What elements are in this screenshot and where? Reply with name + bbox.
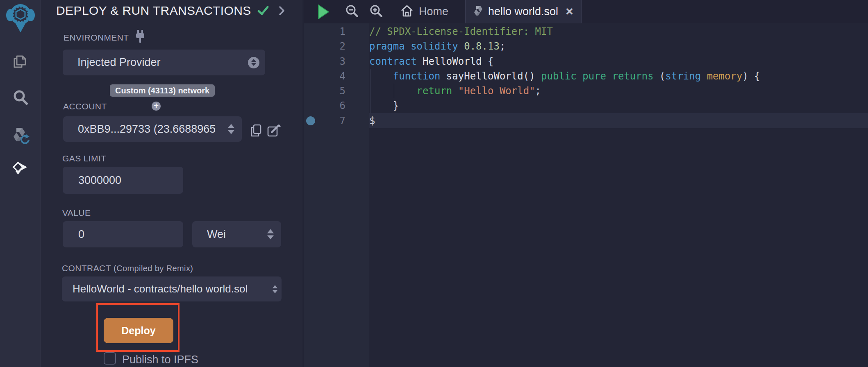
gas-limit-input[interactable]	[63, 167, 183, 194]
code-token: returns	[612, 70, 653, 82]
account-label: ACCOUNT	[63, 102, 107, 111]
gas-limit-label: GAS LIMIT	[62, 154, 106, 163]
deploy-button[interactable]: Deploy	[104, 318, 173, 343]
value-label: VALUE	[62, 208, 91, 218]
code-token: // SPDX-License-Identifier: MIT	[369, 26, 553, 37]
environment-value: Injected Provider	[63, 56, 161, 69]
remix-ide-window: DEPLOY & RUN TRANSACTIONS ENVIRONMENT In…	[0, 0, 868, 367]
tab-label: Home	[419, 5, 448, 18]
add-account-icon[interactable]: +	[152, 102, 161, 111]
code-token	[606, 70, 612, 82]
copy-account-icon[interactable]	[250, 124, 262, 139]
tab-home[interactable]: Home	[394, 0, 455, 23]
value-unit: Wei	[192, 228, 226, 241]
code-token: ;	[500, 41, 505, 52]
edit-account-icon[interactable]	[267, 124, 281, 139]
code-token: ;	[535, 85, 541, 97]
code-token	[417, 56, 423, 67]
zoom-out-icon[interactable]	[345, 4, 359, 20]
line-number[interactable]: 1	[304, 24, 345, 39]
plug-icon	[135, 30, 145, 45]
gutter-line-numbers: 1234567	[304, 24, 345, 128]
indent-guide	[370, 69, 370, 113]
code-token: solidity	[411, 41, 458, 52]
file-explorer-icon[interactable]	[11, 52, 30, 70]
tab-label: hello world.sol	[488, 5, 558, 18]
home-icon	[400, 5, 414, 19]
code-lines: // SPDX-License-Identifier: MITpragma so…	[369, 24, 868, 128]
code-token: "Hello World"	[458, 85, 535, 97]
code-line[interactable]: }	[369, 98, 868, 113]
code-line[interactable]: return "Hello World";	[369, 84, 868, 98]
line-number[interactable]: 4	[304, 69, 345, 84]
publish-ipfs-label: Publish to IPFS	[122, 353, 198, 366]
code-token: pragma	[369, 41, 405, 52]
contract-value: HelloWorld - contracts/hello world.sol	[62, 283, 248, 295]
line-number[interactable]: 6	[304, 98, 345, 113]
deploy-run-icon[interactable]	[11, 160, 30, 178]
value-input[interactable]	[63, 221, 183, 247]
code-token	[535, 70, 541, 82]
code-token: (	[654, 70, 666, 82]
code-area[interactable]: 1234567 // SPDX-License-Identifier: MITp…	[304, 23, 868, 367]
indent-guide	[394, 84, 394, 98]
line-number[interactable]: 3	[304, 54, 345, 69]
search-icon[interactable]	[11, 88, 30, 106]
code-token: contract	[369, 56, 417, 67]
code-token: 0.8.13	[464, 41, 500, 52]
value-unit-select[interactable]: Wei	[192, 221, 281, 247]
code-line[interactable]: $	[369, 113, 868, 128]
line-number[interactable]: 7	[304, 113, 345, 128]
code-token: sayHelloWorld()	[446, 70, 535, 82]
solidity-compiler-icon[interactable]	[11, 126, 30, 144]
code-token	[458, 41, 464, 52]
code-token: return	[417, 85, 452, 97]
solidity-file-icon	[474, 5, 483, 19]
check-icon	[257, 5, 269, 18]
code-token: }	[369, 100, 399, 111]
select-arrows-icon	[248, 57, 259, 68]
account-value: 0xBB9...29733 (23.6688965	[63, 123, 215, 136]
close-tab-icon[interactable]: ✕	[565, 6, 574, 18]
code-token: memory	[707, 70, 743, 82]
code-token	[369, 85, 417, 97]
network-badge: Custom (43113) network	[110, 84, 215, 97]
environment-select[interactable]: Injected Provider	[63, 50, 265, 75]
code-token: HelloWorld	[423, 56, 482, 67]
code-token: pure	[582, 70, 606, 82]
remix-logo[interactable]	[6, 2, 35, 33]
panel-expand-chevron-icon[interactable]	[279, 6, 285, 17]
code-token	[440, 70, 446, 82]
panel-title: DEPLOY & RUN TRANSACTIONS	[56, 4, 251, 18]
code-token: $	[369, 115, 375, 127]
select-arrows-icon	[273, 285, 278, 293]
line-number[interactable]: 5	[304, 84, 345, 98]
code-token: function	[393, 70, 441, 82]
environment-label: ENVIRONMENT	[64, 33, 129, 43]
tab-hello-world-sol[interactable]: hello world.sol ✕	[465, 0, 582, 23]
select-arrows-icon	[228, 124, 234, 134]
code-token	[577, 70, 582, 82]
line-number[interactable]: 2	[304, 39, 345, 54]
code-token: {	[482, 56, 494, 67]
editor-tabbar: Home hello world.sol ✕	[304, 0, 868, 23]
code-token: ) {	[742, 70, 760, 82]
deploy-run-panel: DEPLOY & RUN TRANSACTIONS ENVIRONMENT In…	[41, 0, 303, 367]
code-token: string	[666, 70, 701, 82]
code-token	[701, 70, 707, 82]
contract-sublabel: (Compiled by Remix)	[114, 264, 193, 273]
publish-ipfs-checkbox[interactable]	[104, 352, 116, 365]
run-script-icon[interactable]	[317, 4, 329, 21]
code-token	[405, 41, 411, 52]
code-token	[369, 70, 393, 82]
code-line[interactable]: function sayHelloWorld() public pure ret…	[369, 69, 868, 84]
remix-logo-icon	[6, 2, 35, 33]
select-arrows-icon	[267, 229, 274, 240]
account-select[interactable]: 0xBB9...29733 (23.6688965	[63, 116, 242, 142]
zoom-in-icon[interactable]	[369, 4, 384, 20]
editor: Home hello world.sol ✕ 1234567	[304, 0, 868, 367]
code-line[interactable]: // SPDX-License-Identifier: MIT	[369, 24, 868, 39]
contract-select[interactable]: HelloWorld - contracts/hello world.sol	[62, 276, 282, 301]
code-line[interactable]: contract HelloWorld {	[369, 54, 868, 69]
code-line[interactable]: pragma solidity 0.8.13;	[369, 39, 868, 54]
